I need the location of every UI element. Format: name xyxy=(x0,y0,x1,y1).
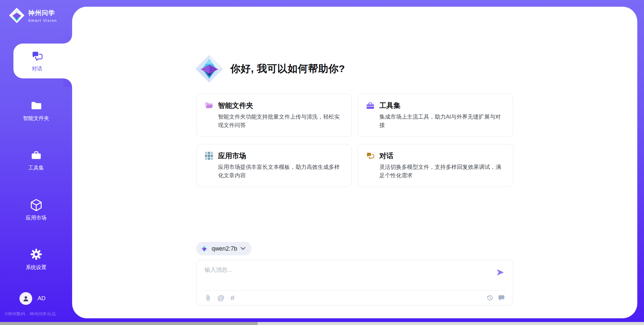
card-smart-folder[interactable]: 智能文件夹 智能文件夹功能支持批量文件上传与清洗，轻松实现文件问答 xyxy=(196,94,352,137)
history-icon[interactable] xyxy=(486,294,493,301)
model-logo-icon xyxy=(200,245,208,253)
sidebar: 神州问学 Smart Vision 对话 智能文件夹 xyxy=(0,0,72,325)
mention-icon[interactable]: @ xyxy=(217,294,224,301)
horizontal-scrollbar[interactable] xyxy=(0,322,644,325)
card-app-market[interactable]: 应用市场 应用市场提供丰富长文本模板，助力高效生成多样化文章内容 xyxy=(196,144,352,187)
sidebar-item-label: 智能文件夹 xyxy=(23,115,49,122)
cube-icon xyxy=(30,198,43,211)
main-panel: 你好, 我可以如何帮助你? 智能文件夹 智能文件夹功能支持批量文件上传与清洗，轻… xyxy=(72,7,637,318)
card-toolbox[interactable]: 工具集 集成市场上主流工具，助力AI与外界无缝扩展与对接 xyxy=(358,94,513,137)
folder-icon xyxy=(30,100,42,112)
card-title: 应用市场 xyxy=(218,151,246,160)
copyright: ©神州数码 · 神州问学出品 xyxy=(5,311,56,317)
chat-icon xyxy=(31,50,43,62)
sidebar-item-chat[interactable]: 对话 xyxy=(13,44,72,78)
person-icon xyxy=(22,295,30,302)
card-description: 智能文件夹功能支持批量文件上传与清洗，轻松实现文件问答 xyxy=(218,113,343,129)
sidebar-item-label: 应用市场 xyxy=(26,214,47,221)
sidebar-nav: 对话 智能文件夹 工具集 xyxy=(0,44,72,291)
hash-icon[interactable]: # xyxy=(230,294,234,301)
sidebar-item-smart-folder[interactable]: 智能文件夹 xyxy=(0,93,72,128)
brand-subtitle: Smart Vision xyxy=(28,18,57,22)
model-name: qwen2:7b xyxy=(212,245,237,252)
toolbox-icon xyxy=(30,149,42,161)
quick-phrase-icon[interactable] xyxy=(498,295,505,301)
card-title: 对话 xyxy=(379,151,393,160)
card-description: 灵活切换多模型文件，支持多样回复效果调试，满足个性化需求 xyxy=(379,163,505,180)
sidebar-item-toolbox[interactable]: 工具集 xyxy=(0,143,72,178)
folder-open-icon xyxy=(205,101,213,110)
card-title: 工具集 xyxy=(379,101,400,110)
user-account[interactable]: AD xyxy=(19,292,46,305)
toolbox-icon xyxy=(366,101,375,110)
sidebar-item-app-market[interactable]: 应用市场 xyxy=(0,192,72,227)
gear-icon xyxy=(30,248,43,261)
brand-logo-icon xyxy=(9,7,25,23)
scrollbar-thumb[interactable] xyxy=(0,322,258,325)
greeting: 你好, 我可以如何帮助你? xyxy=(195,54,513,83)
sidebar-item-settings[interactable]: 系统设置 xyxy=(0,242,72,277)
chat-icon xyxy=(366,151,375,160)
card-chat[interactable]: 对话 灵活切换多模型文件，支持多样回复效果调试，满足个性化需求 xyxy=(358,144,513,187)
greeting-title: 你好, 我可以如何帮助你? xyxy=(230,62,345,76)
card-description: 集成市场上主流工具，助力AI与外界无缝扩展与对接 xyxy=(379,113,505,129)
grid-cube-icon xyxy=(205,151,213,160)
brand-name: 神州问学 xyxy=(28,9,57,17)
attach-icon[interactable] xyxy=(205,295,211,301)
brand: 神州问学 Smart Vision xyxy=(9,7,57,23)
chevron-down-icon xyxy=(240,247,246,250)
assistant-logo-icon xyxy=(195,54,224,83)
model-selector[interactable]: qwen2:7b xyxy=(196,242,252,255)
avatar xyxy=(19,292,32,305)
card-title: 智能文件夹 xyxy=(218,101,253,110)
send-icon[interactable] xyxy=(496,268,505,277)
composer: 输入消息... @ # xyxy=(196,260,513,306)
sidebar-item-label: 对话 xyxy=(32,65,42,72)
card-description: 应用市场提供丰富长文本模板，助力高效生成多样化文章内容 xyxy=(218,163,343,180)
message-input[interactable]: 输入消息... xyxy=(205,265,496,274)
sidebar-item-label: 工具集 xyxy=(28,165,44,172)
sidebar-item-label: 系统设置 xyxy=(26,264,47,271)
user-name: AD xyxy=(38,295,46,302)
feature-cards: 智能文件夹 智能文件夹功能支持批量文件上传与清洗，轻松实现文件问答 工具集 集 xyxy=(196,94,513,187)
